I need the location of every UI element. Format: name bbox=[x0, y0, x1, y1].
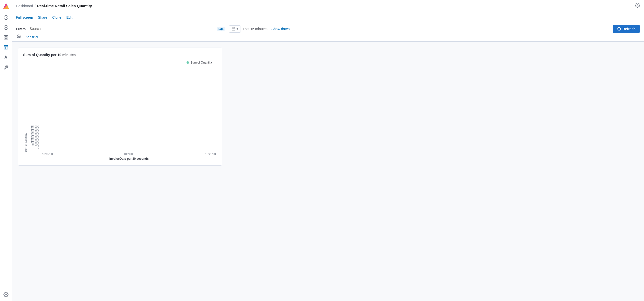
kql-badge[interactable]: KQL bbox=[217, 27, 225, 31]
clone-button[interactable]: Clone bbox=[52, 16, 62, 20]
y-label: 5,000 bbox=[32, 143, 39, 146]
legend-label: Sum of Quantity bbox=[190, 61, 212, 64]
y-label: 10,000 bbox=[31, 140, 39, 143]
y-axis-title: Sum of Quantity bbox=[23, 125, 27, 160]
breadcrumb-separator: / bbox=[34, 4, 36, 8]
filter-add-row: + Add filter bbox=[16, 34, 640, 39]
sidebar-item-settings[interactable] bbox=[2, 290, 10, 299]
filters-label: Filters bbox=[16, 27, 26, 31]
search-input-wrap: KQL bbox=[28, 26, 227, 32]
svg-rect-8 bbox=[6, 38, 8, 39]
main-content: Dashboard / Real-time Retail Sales Quant… bbox=[12, 0, 644, 301]
page-title: Real-time Retail Sales Quantity bbox=[37, 4, 92, 8]
filter-row: Filters KQL ▾ Last 15 minutes Show dates… bbox=[16, 25, 640, 33]
y-label: 15,000 bbox=[31, 137, 39, 140]
refresh-button[interactable]: Refresh bbox=[612, 25, 640, 33]
chart-wrap: Sum of Quantity Sum of Quantity 35,000 3… bbox=[23, 61, 217, 160]
svg-rect-10 bbox=[4, 46, 8, 49]
svg-point-13 bbox=[5, 294, 6, 295]
sidebar-item-ml[interactable]: A bbox=[2, 53, 10, 62]
filter-gear-icon[interactable] bbox=[17, 34, 21, 39]
date-range-display: Last 15 minutes bbox=[243, 27, 268, 31]
sidebar-item-visualize[interactable] bbox=[2, 33, 10, 42]
y-label: 20,000 bbox=[31, 134, 39, 137]
dashboard-content: Sum of Quantity per 10 minutes Sum of Qu… bbox=[12, 42, 644, 301]
share-button[interactable]: Share bbox=[38, 16, 47, 20]
breadcrumb: Dashboard / Real-time Retail Sales Quant… bbox=[16, 4, 92, 8]
topbar-settings-icon[interactable] bbox=[635, 3, 640, 9]
search-input[interactable] bbox=[28, 26, 227, 32]
action-bar: Full screen Share Clone Edit bbox=[12, 12, 644, 23]
svg-rect-7 bbox=[6, 36, 8, 37]
fullscreen-button[interactable]: Full screen bbox=[16, 16, 33, 20]
calendar-icon bbox=[232, 27, 236, 31]
svg-point-19 bbox=[18, 36, 20, 37]
y-label: 25,000 bbox=[31, 131, 39, 134]
svg-rect-9 bbox=[4, 38, 6, 39]
app-logo[interactable] bbox=[2, 2, 10, 10]
sidebar-item-discover[interactable] bbox=[2, 23, 10, 32]
x-axis-title: InvoiceDate per 30 seconds bbox=[41, 157, 217, 160]
svg-rect-6 bbox=[4, 36, 6, 37]
add-filter-button[interactable]: + Add filter bbox=[23, 35, 38, 39]
date-picker-button[interactable]: ▾ bbox=[229, 26, 241, 33]
x-axis: 18:15:00 18:20:00 18:25:00 bbox=[41, 151, 217, 155]
chart-legend: Sum of Quantity bbox=[186, 61, 212, 64]
refresh-label: Refresh bbox=[622, 27, 636, 31]
sidebar: A bbox=[0, 0, 12, 301]
bars-area bbox=[41, 151, 217, 151]
sidebar-item-dashboard[interactable] bbox=[2, 43, 10, 52]
y-label: 0 bbox=[38, 146, 39, 149]
sidebar-item-recents[interactable] bbox=[2, 13, 10, 22]
chart-area: Sum of Quantity 35,000 30,000 25,000 20,… bbox=[23, 61, 217, 160]
show-dates-button[interactable]: Show dates bbox=[272, 27, 290, 31]
x-label: 18:25:00 bbox=[205, 152, 216, 155]
legend-dot bbox=[186, 61, 189, 64]
sidebar-item-dev-tools[interactable] bbox=[2, 63, 10, 72]
y-label: 30,000 bbox=[31, 128, 39, 131]
x-label: 18:20:00 bbox=[124, 152, 134, 155]
filter-bar: Filters KQL ▾ Last 15 minutes Show dates… bbox=[12, 23, 644, 42]
y-axis: 35,000 30,000 25,000 20,000 15,000 10,00… bbox=[27, 125, 41, 160]
chart-title: Sum of Quantity per 10 minutes bbox=[23, 53, 217, 57]
y-label: 35,000 bbox=[31, 125, 39, 128]
edit-button[interactable]: Edit bbox=[66, 16, 72, 20]
topbar: Dashboard / Real-time Retail Sales Quant… bbox=[12, 0, 644, 12]
svg-rect-15 bbox=[232, 27, 235, 30]
svg-point-14 bbox=[637, 5, 638, 6]
chart-panel: Sum of Quantity per 10 minutes Sum of Qu… bbox=[18, 48, 222, 166]
chevron-down-icon: ▾ bbox=[236, 27, 238, 31]
x-label: 18:15:00 bbox=[42, 152, 53, 155]
chart-inner: 18:15:00 18:20:00 18:25:00 InvoiceDate p… bbox=[41, 151, 217, 160]
breadcrumb-dashboard-link[interactable]: Dashboard bbox=[16, 4, 33, 8]
svg-point-4 bbox=[4, 26, 8, 30]
svg-point-5 bbox=[5, 27, 6, 28]
